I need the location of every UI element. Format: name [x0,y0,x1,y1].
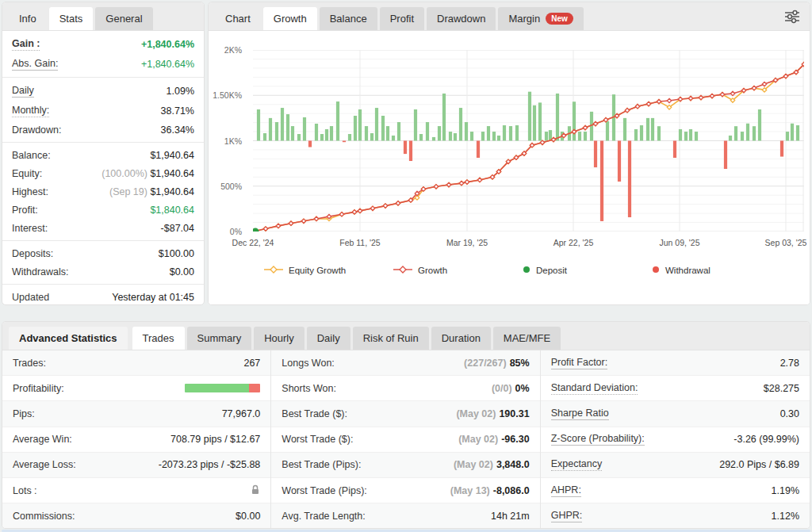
stat-row: Gain :+1,840.64% [2,34,204,54]
stat-label-abs-gain[interactable]: Abs. Gain: [12,58,58,71]
deposit-marker [253,228,259,232]
stat-label-deposits: Deposits: [12,248,53,259]
stat-label-z-score-probability[interactable]: Z-Score (Probability): [551,433,645,446]
legend-equity-growth[interactable]: Equity Growth [264,266,393,275]
x-axis-tick: Feb 11, '25 [339,238,380,247]
legend-label: Equity Growth [289,266,346,275]
stats-group: Balance:$1,940.64Equity:(100.00%) $1,940… [2,143,204,241]
stat-value: (100.00%) $1,940.64 [102,168,194,179]
tab-chart[interactable]: Chart [215,7,261,30]
stat-label-lots: Lots : [13,485,37,496]
stat-value: (May 02)3,848.0 [454,459,530,470]
tab-duration[interactable]: Duration [431,327,491,350]
table-row: Lots : [2,478,270,503]
stat-value: +1,840.64% [141,39,194,50]
growth-chart-plot [253,50,804,235]
stat-label-sharpe-ratio[interactable]: Sharpe Ratio [551,408,609,420]
stat-value: 1.19% [772,485,799,496]
tab-balance[interactable]: Balance [320,7,377,30]
stat-value-note: (May 02) [456,408,496,419]
tab-label: Trades [143,332,174,344]
tab-label: Margin [508,13,540,25]
stat-row: Equity:(100.00%) $1,940.64 [2,164,204,182]
stat-label-profit-factor[interactable]: Profit Factor: [551,357,608,369]
stat-label-ahpr[interactable]: AHPR: [551,484,581,497]
tab-label: Duration [442,332,481,344]
x-axis-tick: Mar 19, '25 [446,238,488,247]
y-axis-tick: 1.50K% [210,90,242,100]
tab-summary[interactable]: Summary [187,327,252,350]
stats-tabbar: InfoStatsGeneral [2,2,204,31]
tab-risk-of-ruin[interactable]: Risk of Ruin [353,327,429,350]
tab-label: General [105,13,142,25]
stat-value: 77,967.0 [222,408,261,419]
stats-group: UpdatedYesterday at 01:45Tracking27 [2,285,204,305]
table-row: Pips:77,967.0 [2,401,270,427]
stats-column-2: Longs Won:(227/267)85%Shorts Won:(0/0)0%… [271,350,540,529]
stat-value-note: (Sep 19) [109,186,150,197]
tab-label: Profit [390,13,414,25]
stat-value: Yesterday at 01:45 [112,292,194,303]
tab-mae-mfe[interactable]: MAE/MFE [493,327,561,350]
table-row: Average Win:708.79 pips / $12.67 [2,427,270,453]
equity-growth-line [253,62,804,232]
advanced-statistics-panel: Advanced Statistics TradesSummaryHourlyD… [2,321,810,529]
stat-label-monthly[interactable]: Monthly: [12,105,49,117]
stat-value-note: (May 02) [458,434,498,445]
legend-withdrawal[interactable]: Withdrawal [652,266,781,275]
tab-label: Balance [330,13,367,25]
tab-trades[interactable]: Trades [132,327,185,350]
stat-value: 292.0 Pips / $6.89 [719,459,799,470]
chart-settings-icon[interactable] [781,6,803,27]
tab-label: Info [19,13,36,25]
tab-hourly[interactable]: Hourly [254,327,304,350]
legend-growth[interactable]: Growth [393,266,523,275]
stat-label-highest: Highest: [12,186,48,197]
tab-daily[interactable]: Daily [307,327,350,350]
y-axis-tick: 2K% [210,45,242,55]
table-row: Avg. Trade Length:14h 21m [271,503,539,529]
stat-label-interest: Interest: [12,223,48,234]
legend-deposit[interactable]: Deposit [523,266,652,275]
stat-value: 2.78 [780,358,799,369]
x-axis-tick: Sep 03, '25 [765,238,807,247]
stats-group: Gain :+1,840.64%Abs. Gain:+1,840.64% [2,31,204,78]
stat-value [185,384,260,392]
table-row: Profitability: [2,376,270,401]
tab-margin[interactable]: MarginNew [498,7,583,30]
tab-profit[interactable]: Profit [380,7,424,30]
stat-row: Withdrawals:$0.00 [2,262,204,281]
table-row: Trades:267 [2,350,270,376]
stat-value: (227/267)85% [464,358,530,369]
stat-value: $0.00 [236,511,260,522]
stat-label-withdrawals: Withdrawals: [12,266,69,277]
stat-value: 38.71% [161,105,194,117]
stat-label-commissions: Commissions: [13,511,75,522]
stat-label-standard-deviation[interactable]: Standard Deviation: [551,382,638,395]
stat-value: 1.12% [772,511,799,522]
stat-value: 36.34% [161,124,194,136]
stat-label-ghpr[interactable]: GHPR: [551,510,583,522]
tab-growth[interactable]: Growth [263,7,317,30]
stat-value: $1,840.64 [150,205,194,216]
stat-value: $0.00 [170,266,194,277]
tab-stats[interactable]: Stats [49,7,94,30]
stat-label-avg-trade-length: Avg. Trade Length: [282,511,365,522]
stat-label-profitability: Profitability: [13,383,64,394]
table-row: Profit Factor:2.78 [541,350,810,376]
tab-drawdown[interactable]: Drawdown [427,7,496,30]
tab-label: Summary [197,332,242,344]
stat-label-gain[interactable]: Gain : [12,38,40,51]
tab-general[interactable]: General [95,7,152,30]
stat-label-daily[interactable]: Daily [12,85,34,98]
stat-value: 14h 21m [491,511,530,522]
withdrawal-loss-bars [308,141,783,221]
tab-info[interactable]: Info [9,7,47,30]
stats-column-3: Profit Factor:2.78Standard Deviation:$28… [541,350,810,529]
growth-chart: 2K%1.50K%1K%500%0% Dec 22, '24Feb 11, '2… [209,31,810,305]
stat-row: UpdatedYesterday at 01:45 [2,288,204,305]
stat-label-expectancy[interactable]: Expectancy [551,458,603,471]
stat-label-profit: Profit: [12,205,38,216]
stat-value: (May 13)-8,086.0 [450,485,530,496]
top-section: InfoStatsGeneral Gain :+1,840.64%Abs. Ga… [2,2,810,305]
